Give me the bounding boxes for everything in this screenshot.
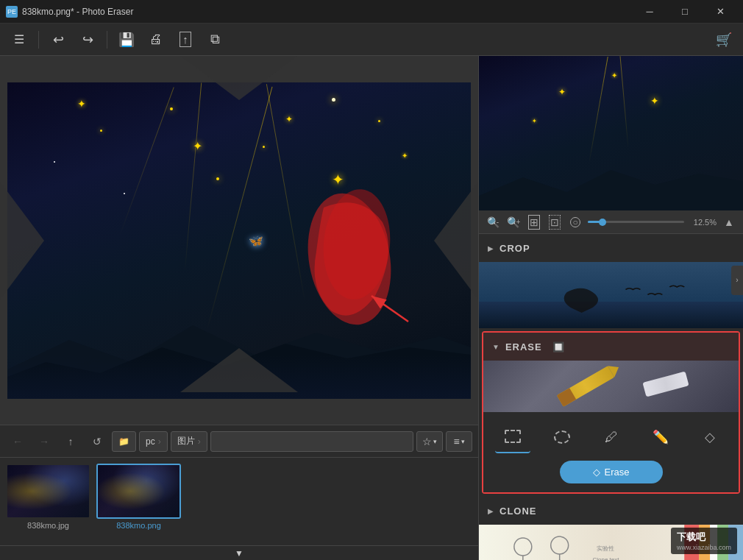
folder-icon: 📁: [118, 436, 129, 447]
film-label-1: 838kmo.jpg: [6, 521, 90, 530]
zoom-minus-icon: -: [497, 218, 499, 226]
svg-text:Clone text: Clone text: [593, 556, 620, 560]
path-chevron-2: ›: [198, 436, 201, 447]
preview-image: ✦ ✦ ✦ ✦: [479, 56, 743, 210]
export-icon: ↑: [179, 32, 191, 47]
erase-btn-icon: ◇: [593, 467, 600, 478]
film-thumb-2: [96, 464, 181, 519]
menu-button[interactable]: ☰: [6, 26, 32, 53]
pen-tool[interactable]: 🖊: [594, 421, 629, 453]
erase-button-container: ◇ Erase: [489, 461, 733, 483]
path-segment-pc[interactable]: pc ›: [139, 431, 168, 452]
main-toolbar: ☰ ↩ ↪ 💾 🖨 ↑ ⧉ 🛒: [0, 24, 743, 56]
panel-up-button[interactable]: ▲: [721, 214, 737, 230]
zoom-thumb: [599, 219, 606, 226]
crop-arrow-icon: ▶: [488, 244, 494, 252]
minimize-button[interactable]: ─: [633, 0, 666, 24]
filmstrip: 838kmo.jpg 838kmo.png: [0, 457, 478, 545]
erase-section-header[interactable]: ▼ ERASE 🔲: [483, 333, 739, 361]
save-icon: 💾: [118, 32, 135, 48]
svg-point-10: [551, 536, 569, 554]
eraser-tool[interactable]: ◇: [692, 421, 728, 453]
main-content: ✦ ✦ ✦ ✦ ✦ 🦋: [0, 56, 743, 560]
forward-button[interactable]: →: [32, 430, 56, 453]
filmstrip-item-2[interactable]: 838kmo.png: [96, 464, 181, 530]
right-panel: ✦ ✦ ✦ ✦: [478, 56, 743, 560]
copy-button[interactable]: ⧉: [202, 26, 228, 53]
erase-section-icon: 🔲: [552, 341, 564, 352]
rect-select-tool[interactable]: [495, 421, 530, 453]
zoom-bar: 🔍 - 🔍 + ⊞ ⊡ ○ 12.5%: [479, 210, 743, 234]
menu-icon: ☰: [14, 32, 24, 46]
clone-section-header[interactable]: ▶ CLONE: [479, 497, 743, 525]
zoom-percent-label: 12.5%: [689, 218, 717, 227]
maximize-button[interactable]: □: [668, 0, 702, 24]
filmstrip-scroll-down[interactable]: ▼: [0, 545, 478, 560]
titlebar: PE 838kmo.png* - Photo Eraser ─ □ ✕: [0, 0, 743, 24]
erase-tools-panel: 🖊 ✏️ ◇ ◇ Erase: [483, 412, 739, 492]
erase-section-bg: [483, 361, 739, 412]
eraser-icon: ◇: [705, 429, 715, 445]
up-button[interactable]: ↑: [59, 430, 82, 453]
print-icon: 🖨: [149, 32, 163, 47]
app-icon: PE: [6, 6, 18, 18]
crop-section-header[interactable]: ▶ CROP: [479, 234, 743, 262]
zoom-reset-icon: ○: [570, 217, 580, 227]
path-input[interactable]: [210, 431, 413, 452]
fit-to-window-button[interactable]: ⊞: [526, 214, 542, 230]
svg-line-3: [372, 296, 408, 322]
erase-section: ▼ ERASE 🔲: [482, 331, 740, 494]
print-button[interactable]: 🖨: [143, 26, 169, 53]
path-segment-pictures[interactable]: 图片 ›: [171, 431, 207, 452]
fit-page-icon: ⊡: [549, 215, 561, 230]
main-canvas-image[interactable]: ✦ ✦ ✦ ✦ ✦ 🦋: [7, 82, 471, 399]
zoom-reset-button[interactable]: ○: [567, 214, 583, 230]
crop-section-bg: [479, 262, 743, 328]
lasso-select-tool[interactable]: [544, 421, 580, 453]
path-folder-icon[interactable]: 📁: [112, 431, 136, 452]
zoom-slider-container[interactable]: [588, 221, 684, 223]
sections-panel: ▶ CROP: [479, 234, 743, 560]
canvas-container[interactable]: ✦ ✦ ✦ ✦ ✦ 🦋: [0, 56, 478, 425]
erase-arrow-icon: ▼: [492, 343, 500, 351]
close-button[interactable]: ✕: [703, 0, 737, 24]
undo-button[interactable]: ↩: [45, 26, 71, 53]
panel-up-icon: ▲: [724, 216, 734, 228]
refresh-button[interactable]: ↺: [85, 430, 109, 453]
pen-icon: 🖊: [605, 430, 618, 445]
toolbar-separator-2: [107, 31, 107, 49]
crop-section: ▶ CROP: [479, 234, 743, 328]
filmstrip-item-1[interactable]: 838kmo.jpg: [6, 464, 90, 530]
shop-icon: 🛒: [716, 32, 732, 48]
refresh-icon: ↺: [93, 436, 102, 447]
film-thumb-1: [6, 464, 90, 519]
canvas-area: ✦ ✦ ✦ ✦ ✦ 🦋: [0, 56, 478, 560]
tools-row: 🖊 ✏️ ◇: [489, 421, 733, 453]
erase-button[interactable]: ◇ Erase: [560, 461, 663, 483]
zoom-out-button[interactable]: 🔍 -: [485, 214, 501, 230]
panel-scroll-right[interactable]: ›: [731, 266, 743, 295]
save-button[interactable]: 💾: [113, 26, 140, 53]
export-button[interactable]: ↑: [172, 26, 199, 53]
watermark: 下载吧 www.xiazaiba.com: [671, 528, 737, 554]
zoom-in-button[interactable]: 🔍 +: [505, 214, 522, 230]
back-button[interactable]: ←: [6, 430, 29, 453]
pencil-icon: ✏️: [653, 429, 669, 445]
rect-select-icon: [505, 430, 521, 443]
titlebar-left: PE 838kmo.png* - Photo Eraser: [6, 6, 133, 18]
svg-text:实验性: 实验性: [597, 545, 614, 552]
fit-to-page-button[interactable]: ⊡: [547, 214, 563, 230]
zoom-slider[interactable]: [588, 221, 684, 223]
shop-button[interactable]: 🛒: [711, 26, 737, 53]
redo-button[interactable]: ↪: [74, 26, 101, 53]
favorite-button[interactable]: ☆ ▾: [416, 431, 443, 452]
erase-btn-label: Erase: [605, 467, 630, 478]
sort-button[interactable]: ≡ ▾: [446, 431, 472, 452]
redo-icon: ↪: [82, 32, 93, 48]
copy-icon: ⧉: [210, 32, 220, 47]
pencil-tool[interactable]: ✏️: [643, 421, 678, 453]
scroll-down-icon: ▼: [235, 548, 243, 559]
back-icon: ←: [13, 436, 23, 447]
star-icon: ☆: [422, 436, 432, 447]
preview-thumbnail: ✦ ✦ ✦ ✦: [479, 56, 743, 210]
